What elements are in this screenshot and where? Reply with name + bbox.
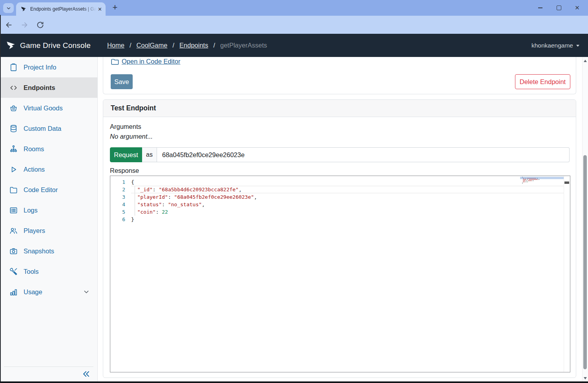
response-editor[interactable]: 1{2 "_id": "68a5bb4d6c20923bcca822fe",3 … xyxy=(110,176,570,372)
brand[interactable]: Game Drive Console xyxy=(5,40,91,51)
sidebar-item-label: Logs xyxy=(24,207,38,214)
line-number: 4 xyxy=(110,201,131,208)
sidebar-item-label: Endpoints xyxy=(24,84,55,92)
tab-search-button[interactable] xyxy=(3,3,14,13)
window-controls: ✕ xyxy=(531,0,586,16)
gamedrive-logo-icon xyxy=(5,40,16,51)
browser-toolbar: console.gamedrive.cc/projects/68a045fbde… xyxy=(0,16,588,34)
sidebar-item-label: Virtual Goods xyxy=(24,104,63,112)
sidebar-item-custom-data[interactable]: Custom Data xyxy=(0,118,97,139)
browser-tab[interactable]: Endpoints getPlayerAssets | Gam ✕ xyxy=(16,2,106,16)
line-number: 2 xyxy=(110,186,131,193)
page-scrollbar[interactable] xyxy=(582,57,588,383)
save-button[interactable]: Save xyxy=(111,74,133,89)
sidebar-item-project-info[interactable]: Project Info xyxy=(0,57,97,77)
sidebar-item-snapshots[interactable]: Snapshots xyxy=(0,241,97,261)
back-button[interactable] xyxy=(5,21,13,29)
sidebar-item-usage[interactable]: Usage xyxy=(0,282,97,302)
breadcrumb-home[interactable]: Home xyxy=(107,42,124,49)
breadcrumb-coolgame[interactable]: CoolGame xyxy=(137,42,168,49)
caret-down-icon xyxy=(576,45,579,47)
folder-icon xyxy=(111,58,119,65)
sidebar-item-label: Custom Data xyxy=(24,125,61,132)
sitemap-icon xyxy=(9,144,18,154)
code-line: 3 "playerId": "68a045fb2ef0ce29ee26023e"… xyxy=(110,193,564,201)
arguments-label: Arguments xyxy=(110,123,570,130)
request-button[interactable]: Request xyxy=(110,147,142,162)
chart-icon xyxy=(9,287,18,297)
sidebar-item-label: Rooms xyxy=(24,145,44,153)
reload-button[interactable] xyxy=(36,21,44,29)
window-maximize-button[interactable] xyxy=(550,0,568,16)
code-icon xyxy=(9,83,18,92)
sidebar-item-label: Tools xyxy=(24,268,39,275)
user-menu[interactable]: khonkaengame xyxy=(531,42,579,49)
sidebar-item-players[interactable]: Players xyxy=(0,220,97,241)
scrollbar-up-arrow[interactable] xyxy=(584,60,587,62)
sidebar-item-label: Snapshots xyxy=(24,247,54,255)
request-as-input[interactable] xyxy=(157,147,570,162)
sidebar-nav: Project InfoEndpointsVirtual GoodsCustom… xyxy=(0,57,97,302)
app-navbar: Game Drive Console Home/CoolGame/Endpoin… xyxy=(0,34,588,57)
code-line: 5 "coin": 22 xyxy=(110,208,564,216)
breadcrumb-getplayerassets: getPlayerAssets xyxy=(220,42,267,49)
folder-icon xyxy=(9,185,18,194)
response-label: Response xyxy=(110,167,570,174)
tab-close-icon[interactable]: ✕ xyxy=(98,6,102,12)
brand-label: Game Drive Console xyxy=(20,41,91,50)
open-in-code-editor-link[interactable]: Open in Code Editor xyxy=(111,58,181,65)
test-endpoint-card: Test Endpoint Arguments No argument... R… xyxy=(103,99,576,378)
clipboard-icon xyxy=(9,62,18,72)
page-scrollbar-thumb[interactable] xyxy=(583,155,587,369)
sidebar-item-actions[interactable]: Actions xyxy=(0,159,97,180)
open-in-code-editor-label: Open in Code Editor xyxy=(122,58,181,65)
breadcrumb-separator: / xyxy=(130,42,131,49)
sidebar-item-label: Actions xyxy=(24,166,45,173)
sidebar-item-label: Players xyxy=(24,227,45,235)
sidebar-item-virtual-goods[interactable]: Virtual Goods xyxy=(0,98,97,118)
tab-title: Endpoints getPlayerAssets | Gam xyxy=(30,6,96,12)
new-tab-button[interactable]: + xyxy=(110,2,120,13)
endpoint-actions-card: Open in Code Editor Save Delete Endpoint xyxy=(103,57,576,94)
players-icon xyxy=(9,226,18,235)
delete-endpoint-button[interactable]: Delete Endpoint xyxy=(515,74,570,89)
line-number: 3 xyxy=(110,193,131,201)
sidebar-item-label: Project Info xyxy=(24,64,56,71)
window-minimize-button[interactable] xyxy=(531,0,550,16)
sidebar-item-label: Usage xyxy=(24,288,42,296)
play-icon xyxy=(9,165,18,174)
breadcrumb-endpoints[interactable]: Endpoints xyxy=(179,42,208,49)
sidebar-item-tools[interactable]: Tools xyxy=(0,261,97,282)
sidebar-item-rooms[interactable]: Rooms xyxy=(0,139,97,159)
request-row: Request as xyxy=(110,147,570,162)
test-endpoint-title: Test Endpoint xyxy=(103,100,576,117)
minimap[interactable] xyxy=(520,177,564,189)
window-close-button[interactable]: ✕ xyxy=(568,0,586,16)
sidebar-item-endpoints[interactable]: Endpoints xyxy=(0,77,97,98)
breadcrumb-separator: / xyxy=(213,42,215,49)
line-number: 1 xyxy=(110,178,131,186)
code-line: 6} xyxy=(110,216,564,223)
sidebar-item-code-editor[interactable]: Code Editor xyxy=(0,180,97,200)
forward-button xyxy=(20,21,29,29)
scrollbar-down-arrow[interactable] xyxy=(584,377,587,379)
chevron-down-icon xyxy=(6,5,11,11)
user-name: khonkaengame xyxy=(531,42,573,49)
window-left-edge xyxy=(0,15,1,383)
sidebar-item-logs[interactable]: Logs xyxy=(0,200,97,220)
breadcrumb: Home/CoolGame/Endpoints/getPlayerAssets xyxy=(107,42,267,49)
editor-overview-ruler[interactable] xyxy=(564,176,570,372)
line-number: 6 xyxy=(110,216,131,223)
sidebar-divider xyxy=(4,367,93,367)
sidebar: Project InfoEndpointsVirtual GoodsCustom… xyxy=(0,57,98,383)
minimap-slider[interactable] xyxy=(520,177,564,179)
sidebar-collapse-icon[interactable] xyxy=(81,369,91,379)
as-label: as xyxy=(142,147,157,162)
chevron-down-icon xyxy=(82,288,90,296)
browser-titlebar: Endpoints getPlayerAssets | Gam ✕ + ✕ xyxy=(0,0,588,16)
tools-icon xyxy=(9,267,18,276)
basket-icon xyxy=(9,103,18,113)
code-line: 2 "_id": "68a5bb4d6c20923bcca822fe", xyxy=(110,186,564,193)
database-icon xyxy=(9,124,18,133)
code-line: 1{ xyxy=(110,178,564,186)
